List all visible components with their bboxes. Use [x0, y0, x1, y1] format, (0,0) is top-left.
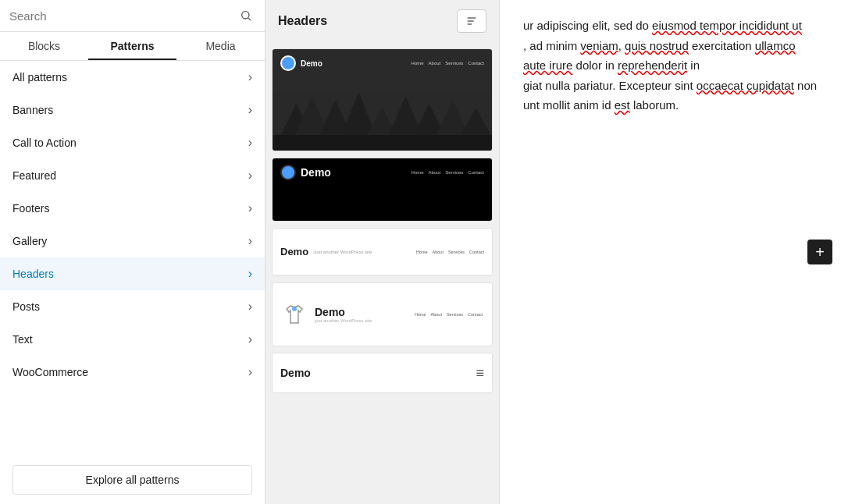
tab-patterns[interactable]: Patterns [88, 32, 176, 60]
sidebar-item-all-patterns[interactable]: All patterns › [0, 61, 265, 94]
chevron-right-icon: › [248, 332, 252, 346]
sidebar-item-posts[interactable]: Posts › [0, 290, 265, 323]
tab-blocks[interactable]: Blocks [0, 32, 88, 60]
search-bar [0, 0, 265, 32]
chevron-right-icon: › [248, 365, 252, 379]
tabs-row: Blocks Patterns Media [0, 32, 265, 61]
sidebar: Blocks Patterns Media All patterns › Ban… [0, 0, 265, 504]
svg-rect-14 [273, 135, 493, 151]
patterns-panel: Headers Demo Home About [265, 0, 500, 504]
svg-line-1 [248, 18, 251, 20]
add-block-button[interactable]: + [807, 240, 832, 264]
sidebar-item-call-to-action[interactable]: Call to Action › [0, 126, 265, 159]
main-content: ur adipiscing elit, sed do eiusmod tempo… [500, 0, 848, 504]
pattern-card-header-black[interactable]: Demo Home About Services Contact [272, 158, 493, 222]
body-text: ur adipiscing elit, sed do eiusmod tempo… [523, 16, 825, 115]
avatar [280, 165, 296, 180]
chevron-right-icon: › [248, 201, 252, 215]
panel-header: Headers [265, 0, 499, 42]
sidebar-item-footers[interactable]: Footers › [0, 192, 265, 225]
chevron-right-icon: › [248, 300, 252, 314]
sidebar-item-text[interactable]: Text › [0, 323, 265, 356]
hamburger-icon: ≡ [476, 365, 484, 382]
sidebar-item-woocommerce[interactable]: WooCommerce › [0, 356, 265, 389]
panel-title: Headers [278, 14, 327, 28]
chevron-right-icon: › [248, 169, 252, 183]
pattern-card-header-dark[interactable]: Demo Home About Services Contact [272, 48, 493, 151]
chevron-right-icon: › [248, 136, 252, 150]
patterns-list: Demo Home About Services Contact [265, 42, 499, 504]
pattern-card-header-white-simple[interactable]: Demo Just another WordPress site Home Ab… [272, 228, 493, 276]
sidebar-item-banners[interactable]: Banners › [0, 94, 265, 126]
chevron-right-icon: › [248, 70, 252, 84]
sidebar-item-featured[interactable]: Featured › [0, 159, 265, 192]
svg-point-0 [242, 12, 249, 19]
tab-media[interactable]: Media [176, 32, 265, 60]
pattern-card-header-minimal[interactable]: Demo ≡ [272, 353, 493, 393]
search-button[interactable] [237, 6, 255, 25]
nav-list: All patterns › Banners › Call to Action … [0, 61, 265, 456]
pattern-card-header-white-icon[interactable]: Demo just another WordPress site Home Ab… [272, 282, 493, 346]
sidebar-item-gallery[interactable]: Gallery › [0, 225, 265, 257]
avatar [280, 55, 296, 71]
chevron-right-icon: › [248, 234, 252, 248]
explore-all-patterns-button[interactable]: Explore all patterns [12, 465, 252, 495]
svg-point-15 [292, 307, 297, 311]
filter-button[interactable] [457, 9, 486, 33]
sidebar-item-headers[interactable]: Headers › [0, 257, 265, 290]
chevron-right-icon: › [248, 267, 252, 281]
chevron-right-icon: › [248, 103, 252, 117]
search-input[interactable] [9, 9, 237, 23]
